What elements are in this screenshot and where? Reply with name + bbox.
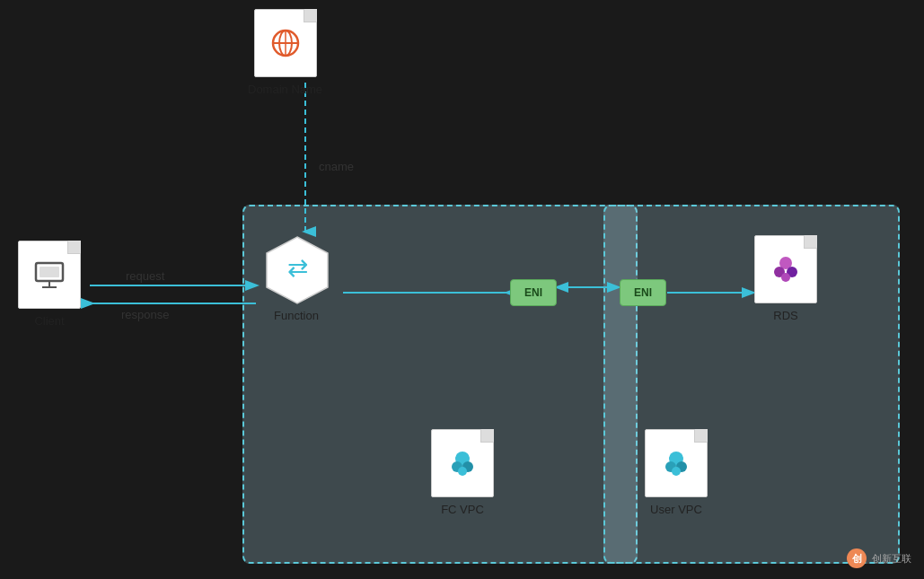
eni2-box: ENI: [620, 279, 666, 306]
cname-label: cname: [319, 160, 354, 173]
function-label: Function: [274, 309, 319, 322]
eni2-label: ENI: [634, 286, 652, 299]
watermark-text: 创新互联: [872, 552, 911, 566]
svg-point-17: [458, 467, 467, 476]
fc-vpc-card: FC VPC: [431, 429, 494, 516]
diagram: cname request response Domain Name: [0, 0, 924, 579]
svg-text:⇄: ⇄: [287, 254, 308, 282]
rds-icon-wrap: [754, 235, 817, 303]
rds-label: RDS: [773, 309, 797, 322]
rds-card: RDS: [754, 235, 817, 322]
user-vpc-icon-wrap: [645, 429, 708, 497]
watermark: 创 创新互联: [847, 548, 911, 568]
request-label: request: [126, 269, 165, 283]
eni1-box: ENI: [510, 279, 557, 306]
monitor-icon: [32, 258, 66, 292]
response-label: response: [121, 308, 169, 321]
user-vpc-label: User VPC: [650, 503, 702, 516]
rds-icon: [769, 252, 803, 286]
client-card: Client: [18, 241, 81, 328]
fc-vpc-label: FC VPC: [441, 503, 484, 516]
svg-point-21: [672, 467, 681, 476]
fc-vpc-icon-wrap: [431, 429, 494, 497]
client-label: Client: [34, 314, 64, 328]
user-vpc-card: User VPC: [645, 429, 708, 516]
function-card: ⇄ Function: [265, 235, 328, 322]
domain-name-icon-wrap: [254, 9, 317, 77]
svg-rect-9: [40, 267, 59, 277]
fc-vpc-icon: [445, 446, 480, 480]
globe-icon: [268, 26, 303, 60]
watermark-icon: 创: [847, 548, 867, 568]
function-hex-icon: ⇄: [265, 235, 330, 305]
user-vpc-icon: [659, 446, 693, 480]
eni1-label: ENI: [524, 286, 542, 299]
function-icon-wrap: ⇄: [265, 235, 328, 303]
svg-point-13: [781, 273, 790, 282]
domain-name-label: Domain Name: [248, 83, 322, 96]
client-icon-wrap: [18, 241, 81, 309]
domain-name-card: Domain Name: [248, 9, 322, 96]
